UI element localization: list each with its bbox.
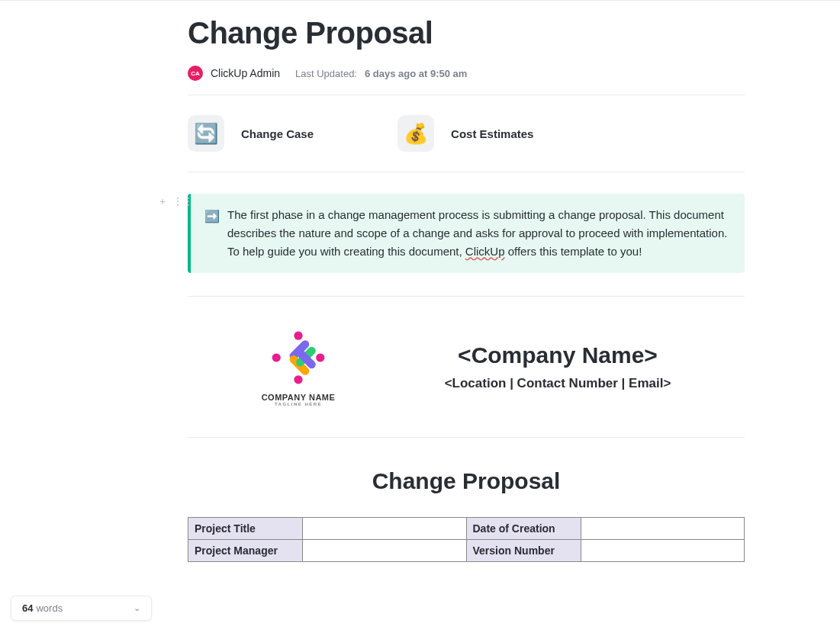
table-row: Project Manager Version Number	[188, 540, 745, 562]
company-contact-placeholder[interactable]: <Location | Contact Number | Email>	[371, 376, 745, 391]
svg-point-0	[294, 332, 302, 340]
svg-point-2	[294, 375, 302, 384]
callout-text[interactable]: The first phase in a change management p…	[227, 206, 731, 261]
author-name[interactable]: ClickUp Admin	[211, 67, 280, 79]
doc-meta: CA ClickUp Admin Last Updated: 6 days ag…	[188, 66, 745, 81]
chevron-down-icon: ⌄	[134, 603, 140, 613]
svg-point-3	[272, 353, 281, 361]
card-label: Cost Estimates	[451, 127, 533, 140]
word-counter[interactable]: 64 words ⌄	[11, 596, 152, 621]
company-name-placeholder[interactable]: <Company Name>	[371, 342, 745, 368]
logo-tagline: TAGLINE HERE	[233, 402, 363, 406]
clickup-link[interactable]: ClickUp	[465, 245, 505, 258]
callout-text-after: offers this template to you!	[505, 245, 642, 258]
cell-date-creation-value[interactable]	[581, 518, 745, 540]
cell-project-title-label[interactable]: Project Title	[188, 518, 303, 540]
project-info-table[interactable]: Project Title Date of Creation Project M…	[188, 517, 745, 562]
add-block-icon[interactable]: +	[157, 195, 168, 207]
word-count-label: words	[36, 602, 63, 614]
svg-point-1	[316, 353, 324, 361]
cell-version-number-value[interactable]	[581, 540, 745, 562]
cell-date-creation-label[interactable]: Date of Creation	[466, 518, 581, 540]
cell-project-manager-label[interactable]: Project Manager	[188, 540, 303, 562]
card-label: Change Case	[241, 127, 314, 140]
divider	[188, 172, 745, 172]
last-updated-value: 6 days ago at 9:50 am	[365, 68, 467, 79]
subpage-cards: 🔄 Change Case 💰 Cost Estimates	[188, 95, 745, 172]
last-updated-label: Last Updated:	[295, 68, 357, 79]
cell-version-number-label[interactable]: Version Number	[466, 540, 581, 562]
cell-project-manager-value[interactable]	[303, 540, 467, 562]
page-title[interactable]: Change Proposal	[188, 16, 745, 50]
logo-icon	[268, 327, 329, 388]
arrow-right-icon: ➡️	[204, 207, 220, 261]
company-logo[interactable]: COMPANY NAME TAGLINE HERE	[233, 327, 363, 406]
author-avatar[interactable]: CA	[188, 66, 203, 81]
drag-handle-icon[interactable]: ⋮⋮	[172, 195, 183, 207]
money-bag-icon: 💰	[397, 115, 434, 152]
subpage-card-change-case[interactable]: 🔄 Change Case	[188, 115, 314, 152]
recycle-icon: 🔄	[188, 115, 224, 152]
block-gutter: + ⋮⋮	[157, 195, 183, 207]
word-count-number: 64	[22, 602, 33, 614]
logo-company-name: COMPANY NAME	[233, 393, 363, 402]
cell-project-title-value[interactable]	[303, 518, 467, 540]
company-header: COMPANY NAME TAGLINE HERE <Company Name>…	[188, 297, 745, 437]
subpage-card-cost-estimates[interactable]: 💰 Cost Estimates	[397, 115, 533, 152]
table-row: Project Title Date of Creation	[188, 518, 745, 540]
callout-block[interactable]: ➡️ The first phase in a change managemen…	[188, 194, 745, 273]
section-title[interactable]: Change Proposal	[188, 438, 745, 517]
